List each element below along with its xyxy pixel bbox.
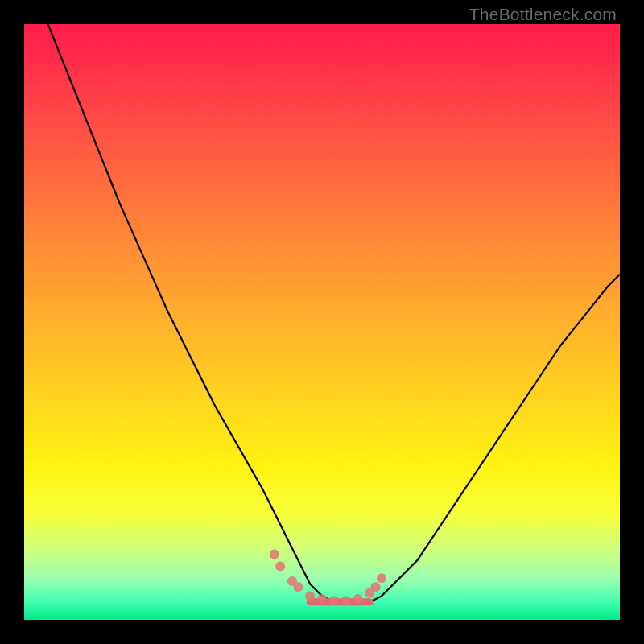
- bottleneck-curve: [48, 24, 620, 602]
- curve-svg: [24, 24, 620, 620]
- watermark-text: TheBottleneck.com: [469, 5, 617, 24]
- marker-dots: [270, 550, 386, 606]
- plot-area: [24, 24, 620, 620]
- marker-dot: [293, 582, 303, 592]
- marker-dot: [353, 594, 362, 604]
- chart-frame: TheBottleneck.com: [0, 0, 644, 644]
- marker-dot: [305, 591, 315, 601]
- marker-dot: [275, 561, 285, 571]
- marker-dot: [270, 550, 279, 559]
- marker-dot: [341, 596, 351, 605]
- marker-dot: [371, 582, 381, 592]
- marker-dot: [317, 594, 327, 604]
- marker-dot: [377, 573, 386, 583]
- marker-dot: [329, 596, 339, 605]
